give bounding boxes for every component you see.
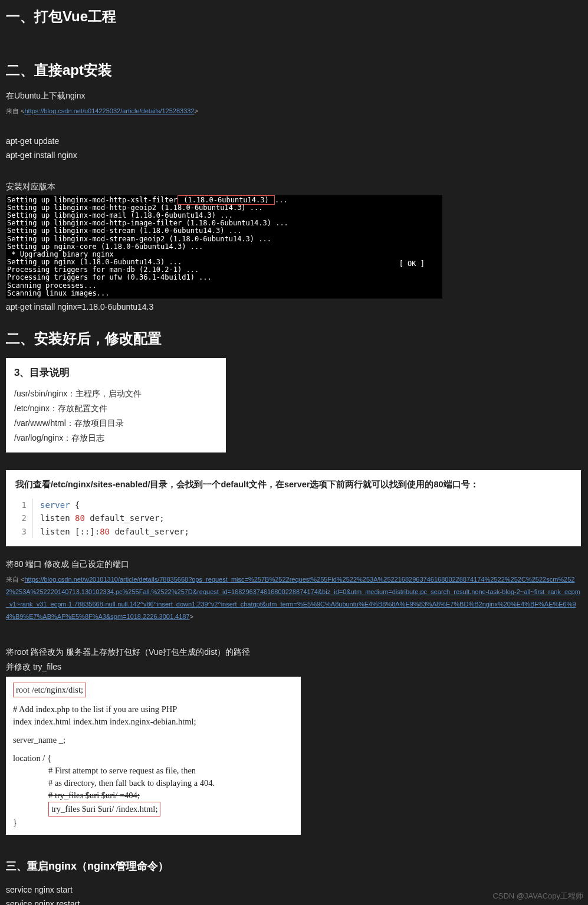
root-directive-box: root /etc/nginx/dist;: [13, 683, 86, 697]
root-change-text: 将root 路径改为 服务器上存放打包好（Vue打包生成的dist）的路径: [6, 646, 582, 658]
nginx-config-card: root /etc/nginx/dist; # Add index.php to…: [6, 677, 301, 835]
dir-log: /var/log/nginx：存放日志: [14, 431, 218, 445]
port-change-text: 将80 端口 修改成 自己设定的端口: [6, 558, 582, 570]
directory-card: 3、目录说明 /usr/sbin/nginx：主程序，启动文件 /etc/ngi…: [6, 358, 226, 452]
dir-www: /var/www/html：存放项目目录: [14, 416, 218, 431]
source-line-2: 来自 <https://blog.csdn.net/w20101310/arti…: [6, 573, 582, 622]
dir-sbin: /usr/sbin/nginx：主程序，启动文件: [14, 386, 218, 401]
ok-indicator: [ OK ]: [399, 260, 425, 268]
cfg-location: location / {: [13, 752, 294, 765]
cfg-index: index index.html index.htm index.nginx-d…: [13, 716, 294, 728]
heading-apt: 二、直接apt安装: [6, 60, 582, 81]
cfg-server-name: server_name _;: [13, 734, 294, 746]
source-link-2[interactable]: https://blog.csdn.net/w20101310/article/…: [6, 576, 580, 620]
cmd-apt-update: apt-get update: [6, 135, 582, 149]
heading-vue: 一、打包Vue工程: [6, 6, 582, 27]
sites-desc: 我们查看/etc/nginx/sites-enabled/目录，会找到一个def…: [15, 478, 571, 491]
cfg-comment-1: # First attempt to serve request as file…: [48, 765, 294, 777]
heading-restart: 三、重启nginx（nginx管理命令）: [6, 858, 582, 874]
tryfiles-directive-box: try_files $uri $uri/ /index.html;: [48, 802, 160, 817]
cfg-close-brace: }: [13, 817, 294, 829]
tryfiles-change-text: 并修改 try_files: [6, 661, 582, 673]
sites-enabled-card: 我们查看/etc/nginx/sites-enabled/目录，会找到一个def…: [6, 470, 581, 546]
source-line-1: 来自 <https://blog.csdn.net/u014225032/art…: [6, 104, 582, 117]
terminal-output: Setting up libnginx-mod-http-xslt-filter…: [6, 195, 442, 299]
cmd-apt-install: apt-get install nginx: [6, 149, 582, 163]
ubuntu-download-text: 在Ubuntu上下载nginx: [6, 90, 582, 102]
server-code-block: 1 server { 2 listen 80 default_server; 3…: [15, 499, 571, 538]
heading-config: 二、安装好后，修改配置: [6, 328, 582, 349]
cfg-comment-2: # as directory, then fall back to displa…: [48, 777, 294, 789]
dir-title: 3、目录说明: [14, 365, 218, 381]
cmd-install-version: apt-get install nginx=1.18.0-6ubuntu14.3: [6, 301, 582, 313]
cfg-tryfiles-old: # try_files $uri $uri/ =404;: [48, 789, 294, 802]
source-link-1[interactable]: https://blog.csdn.net/u014225032/article…: [24, 107, 194, 114]
install-version-label: 安装对应版本: [6, 181, 582, 193]
watermark: CSDN @JAVACopy工程师: [492, 890, 583, 902]
cfg-php-comment: # Add index.php to the list if you are u…: [13, 703, 294, 716]
apt-commands: apt-get update apt-get install nginx: [6, 135, 582, 163]
dir-etc: /etc/nginx：存放配置文件: [14, 401, 218, 416]
